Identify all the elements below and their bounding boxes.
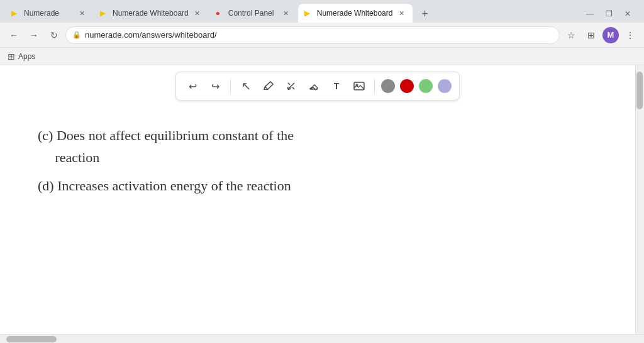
page-wrapper: ↩ ↪ ↖ bbox=[0, 65, 644, 343]
tab-label-2: Numerade Whiteboard bbox=[113, 9, 189, 18]
tab-favicon-1: ▶ bbox=[11, 9, 20, 18]
horizontal-scrollbar-thumb[interactable] bbox=[6, 336, 57, 342]
tab-favicon-3: ● bbox=[216, 9, 225, 18]
vertical-scrollbar-thumb[interactable] bbox=[636, 72, 643, 109]
image-tool[interactable] bbox=[349, 76, 369, 96]
color-gray[interactable] bbox=[381, 79, 395, 93]
vertical-scrollbar[interactable] bbox=[635, 65, 644, 343]
lock-icon: 🔒 bbox=[72, 31, 81, 39]
menu-button[interactable]: ⋮ bbox=[621, 26, 639, 44]
tab-favicon-4: ▶ bbox=[304, 9, 313, 18]
eraser-tool[interactable] bbox=[304, 76, 324, 96]
browser-chrome: ▶ Numerade ✕ ▶ Numerade Whiteboard ✕ ● C… bbox=[0, 0, 644, 65]
new-tab-button[interactable]: + bbox=[416, 5, 433, 23]
color-green[interactable] bbox=[419, 79, 433, 93]
line-c: (c) Does not affect equilibrium constant… bbox=[38, 124, 597, 168]
line-c-text: (c) Does not affect equilibrium constant… bbox=[38, 128, 294, 165]
tab-close-2[interactable]: ✕ bbox=[192, 8, 203, 18]
window-restore[interactable]: ❐ bbox=[600, 5, 618, 23]
tab-favicon-2: ▶ bbox=[100, 9, 109, 18]
tab-close-1[interactable]: ✕ bbox=[77, 8, 87, 18]
toolbar-separator-2 bbox=[374, 79, 375, 94]
horizontal-scrollbar[interactable] bbox=[0, 334, 644, 343]
back-button[interactable]: ← bbox=[5, 26, 23, 44]
tab-numerade-whiteboard-1[interactable]: ▶ Numerade Whiteboard ✕ bbox=[94, 4, 209, 23]
select-tool[interactable]: ↖ bbox=[236, 76, 256, 96]
url-text: numerade.com/answers/whiteboard/ bbox=[85, 30, 553, 40]
tools-tool[interactable] bbox=[281, 76, 301, 96]
color-red[interactable] bbox=[400, 79, 414, 93]
whiteboard-page: ↩ ↪ ↖ bbox=[0, 65, 635, 343]
text-box-tool[interactable]: T bbox=[326, 76, 347, 96]
tab-bar: ▶ Numerade ✕ ▶ Numerade Whiteboard ✕ ● C… bbox=[0, 0, 644, 23]
window-close[interactable]: ✕ bbox=[619, 5, 636, 23]
tab-close-4[interactable]: ✕ bbox=[396, 8, 406, 18]
tab-search-button[interactable]: ⊞ bbox=[582, 26, 600, 44]
apps-bookmarks[interactable]: ⊞ Apps bbox=[8, 52, 35, 62]
toolbar-separator-1 bbox=[230, 79, 231, 94]
toolbar-actions: ☆ ⊞ M ⋮ bbox=[562, 26, 639, 44]
bookmarks-bar: ⊞ Apps bbox=[0, 48, 644, 65]
apps-grid-icon: ⊞ bbox=[8, 52, 15, 62]
tab-label-3: Control Panel bbox=[228, 9, 277, 18]
navigation-toolbar: ← → ↻ 🔒 numerade.com/answers/whiteboard/… bbox=[0, 23, 644, 48]
window-minimize[interactable]: — bbox=[581, 5, 599, 23]
tab-numerade-1[interactable]: ▶ Numerade ✕ bbox=[5, 4, 93, 23]
tab-numerade-whiteboard-2[interactable]: ▶ Numerade Whiteboard ✕ bbox=[298, 4, 413, 23]
color-lavender[interactable] bbox=[438, 79, 452, 93]
address-bar[interactable]: 🔒 numerade.com/answers/whiteboard/ bbox=[65, 26, 560, 44]
svg-point-2 bbox=[356, 84, 358, 86]
apps-label: Apps bbox=[18, 52, 35, 61]
forward-button[interactable]: → bbox=[25, 26, 43, 44]
tab-close-3[interactable]: ✕ bbox=[281, 8, 291, 18]
whiteboard-content: (c) Does not affect equilibrium constant… bbox=[0, 106, 635, 222]
redo-button[interactable]: ↪ bbox=[205, 76, 225, 96]
reload-button[interactable]: ↻ bbox=[45, 26, 63, 44]
pencil-tool[interactable] bbox=[258, 76, 279, 96]
undo-button[interactable]: ↩ bbox=[182, 76, 203, 96]
profile-avatar[interactable]: M bbox=[602, 27, 619, 43]
line-d: (d) Increases activation energy of the r… bbox=[38, 175, 597, 197]
line-d-text: (d) Increases activation energy of the r… bbox=[38, 178, 291, 193]
whiteboard-toolbar-container: ↩ ↪ ↖ bbox=[0, 65, 635, 106]
bookmark-star-button[interactable]: ☆ bbox=[562, 26, 580, 44]
tab-label-1: Numerade bbox=[24, 9, 73, 18]
whiteboard-tool-group: ↩ ↪ ↖ bbox=[175, 72, 460, 101]
tab-control-panel[interactable]: ● Control Panel ✕ bbox=[209, 4, 297, 23]
tab-label-4: Numerade Whiteboard bbox=[317, 9, 393, 18]
